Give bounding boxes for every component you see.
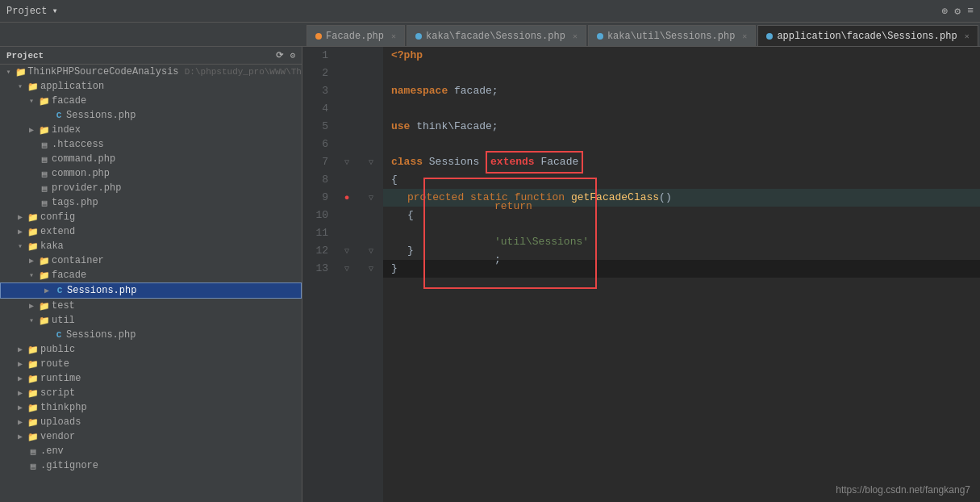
vendor-label: vendor [40,431,302,442]
container-folder-icon: 📁 [37,256,52,266]
code-token-extends-box: extends Facade [486,151,583,174]
config-arrow: ▶ [15,212,26,222]
container-arrow: ▶ [26,256,37,266]
runtime-arrow: ▶ [15,374,26,383]
tree-item-sessions-kaka[interactable]: ▶ C Sessions.php [0,282,302,299]
gutter2-10 [359,207,383,224]
gutter-12: ▽ [335,242,359,260]
sync-icon[interactable]: ⟳ [276,50,283,61]
application-folder-icon: 📁 [26,82,40,92]
sessions-app-icon: C [52,111,66,120]
project-label: Project ▾ [6,5,58,17]
ln-10: 10 [309,207,328,224]
tree-item-env[interactable]: ▤ .env [0,444,302,458]
tab-facade-php[interactable]: Facade.php ✕ [307,25,405,46]
route-folder-icon: 📁 [26,359,40,370]
code-token-class-brace-close: } [391,260,398,278]
kaka-folder-icon: 📁 [26,241,40,252]
index-arrow: ▶ [26,125,37,135]
tree-item-kaka-facade[interactable]: ▾ 📁 facade [0,268,302,282]
gutter-9[interactable]: ● [335,189,359,207]
code-token-parens: () [659,189,672,207]
test-label: test [52,300,302,312]
settings-icon[interactable]: ⚙ [954,5,961,18]
code-token-extends-class: Facade [535,153,579,171]
tree-item-uploads[interactable]: ▶ 📁 uploads [0,415,302,429]
util-label: util [52,315,302,326]
config-label: config [40,211,302,223]
tab-close-kfs[interactable]: ✕ [573,31,578,41]
kaka-facade-folder-icon: 📁 [37,270,52,281]
root-arrow: ▾ [3,67,14,77]
test-folder-icon: 📁 [37,301,52,312]
tree-item-sessions-util[interactable]: C Sessions.php [0,328,302,342]
tree-item-common[interactable]: ▤ common.php [0,166,302,181]
sessions-app-label: Sessions.php [66,110,302,121]
tree-item-container[interactable]: ▶ 📁 container [0,253,302,268]
gutter2: ▽ ▽ ▽ ▽ [359,47,383,502]
public-arrow: ▶ [15,345,26,354]
util-folder-icon: 📁 [37,316,52,326]
tree-item-runtime[interactable]: ▶ 📁 runtime [0,371,302,386]
tab-close-facade[interactable]: ✕ [391,31,396,41]
tree-item-htaccess[interactable]: ▤ .htaccess [0,137,302,152]
tree-item-sessions-app[interactable]: C Sessions.php [0,108,302,123]
sessions-util-icon: C [52,330,66,340]
tags-icon: ▤ [37,198,52,208]
tree-root[interactable]: ▾ 📁 ThinkPHPSourceCodeAnalysis D:\phpstu… [0,65,302,79]
ln-13: 13 [309,260,328,278]
tree-item-test[interactable]: ▶ 📁 test [0,299,302,313]
kaka-label: kaka [40,241,302,252]
dropdown-icon[interactable]: ▾ [52,5,57,17]
tree-item-script[interactable]: ▶ 📁 script [0,386,302,400]
gutter2-7: ▽ [359,153,383,171]
tab-kaka-util-sessions[interactable]: kaka\util\Sessions.php ✕ [588,25,756,46]
tab-close-kus[interactable]: ✕ [742,31,747,41]
tree-item-index[interactable]: ▶ 📁 index [0,123,302,137]
tree-item-tags[interactable]: ▤ tags.php [0,195,302,210]
tab-application-facade-sessions[interactable]: application\facade\Sessions.php ✕ [757,25,978,46]
gutter2-2 [359,65,383,82]
tree-item-thinkphp[interactable]: ▶ 📁 thinkphp [0,400,302,415]
code-token-use-kw: use [391,118,410,136]
code-line-6 [383,136,980,153]
env-label: .env [40,446,302,457]
tab-kaka-facade-sessions[interactable]: kaka\facade\Sessions.php ✕ [407,25,586,46]
tree-item-application[interactable]: ▾ 📁 application [0,79,302,94]
tree-item-config[interactable]: ▶ 📁 config [0,210,302,224]
gutter-6 [335,136,359,153]
container-label: container [52,255,302,266]
code-token-return-str: 'util\Sessions' [494,236,589,248]
script-arrow: ▶ [15,388,26,398]
gutter-10 [335,207,359,224]
tree-item-route[interactable]: ▶ 📁 route [0,357,302,371]
tree-item-gitignore[interactable]: ▤ .gitignore [0,458,302,473]
route-arrow: ▶ [15,359,26,369]
common-icon: ▤ [37,169,52,179]
runtime-label: runtime [40,373,302,384]
menu-icon[interactable]: ≡ [967,5,974,18]
tab-icon-afs [766,33,773,40]
gitignore-icon: ▤ [26,461,40,471]
tree-item-facade[interactable]: ▾ 📁 facade [0,94,302,108]
tree-item-vendor[interactable]: ▶ 📁 vendor [0,429,302,444]
tab-close-afs[interactable]: ✕ [965,31,970,41]
facade-folder-icon: 📁 [37,96,52,107]
code-token-extends-kw: extends [490,153,535,171]
cog-icon[interactable]: ⚙ [290,50,295,61]
tab-icon-kus [597,33,603,40]
public-folder-icon: 📁 [26,345,40,355]
add-icon[interactable]: ⊕ [942,5,949,18]
tree-item-command[interactable]: ▤ command.php [0,152,302,166]
tree-item-public[interactable]: ▶ 📁 public [0,342,302,357]
config-folder-icon: 📁 [26,212,40,223]
project-title: Project [6,6,47,17]
gutter-13: ▽ [335,260,359,278]
sidebar-header: Project ⟳ ⚙ [0,47,302,65]
tree-item-provider[interactable]: ▤ provider.php [0,181,302,195]
tree-item-util[interactable]: ▾ 📁 util [0,313,302,328]
tree-item-extend[interactable]: ▶ 📁 extend [0,224,302,239]
script-folder-icon: 📁 [26,388,40,399]
gutter2-8 [359,171,383,189]
tree-item-kaka[interactable]: ▾ 📁 kaka [0,239,302,253]
